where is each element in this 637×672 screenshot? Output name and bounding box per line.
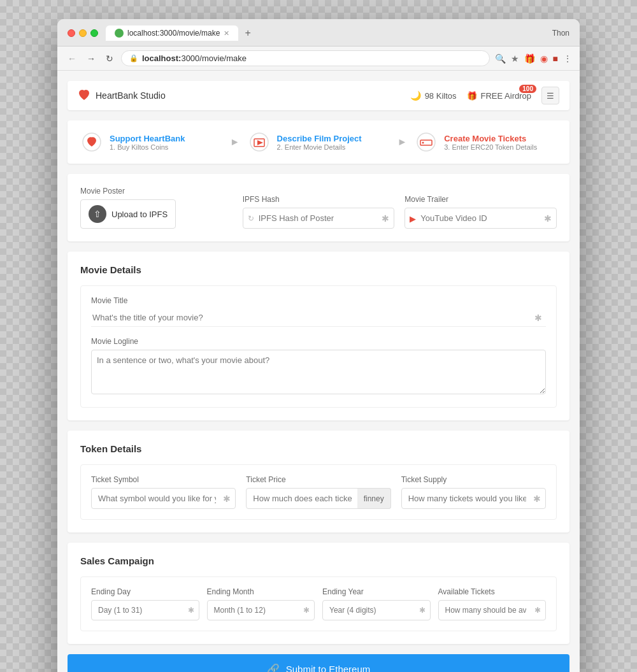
app-content: HeartBank Studio 🌙 98 Kiltos 🎁 FREE Aird… [57, 71, 580, 672]
tab-bar: localhost:3000/movie/make ✕ + [106, 25, 552, 41]
step-arrow-2: ► [397, 136, 407, 148]
title-required-star: ✱ [534, 313, 542, 323]
sales-campaign-title: Sales Campaign [80, 555, 557, 566]
day-required-star: ✱ [188, 606, 194, 615]
trailer-label: Movie Trailer [404, 195, 557, 204]
tab-close-button[interactable]: ✕ [224, 29, 229, 38]
menu-icon[interactable]: ⋮ [563, 54, 572, 64]
ticket-symbol-input[interactable] [91, 488, 236, 509]
movie-title-input[interactable] [91, 309, 546, 326]
trailer-field-group: Movie Trailer ▶ ✱ [404, 195, 557, 229]
step3-title: Create Movie Tickets [444, 134, 537, 143]
url-field[interactable]: 🔒 localhost:3000/movie/make [121, 50, 490, 66]
upload-icon: ⇧ [89, 205, 106, 223]
trailer-input-wrap: ▶ ✱ [404, 208, 557, 229]
wizard-step-2[interactable]: Describe Film Project 2. Enter Movie Det… [248, 131, 390, 154]
step2-title: Describe Film Project [277, 134, 362, 143]
back-button[interactable]: ← [65, 52, 79, 65]
lock-icon: 🔒 [129, 54, 138, 62]
media-section: Movie Poster ⇧ Upload to IPFS IPFS Hash … [68, 174, 569, 241]
address-bar: ← → ↻ 🔒 localhost:3000/movie/make 🔍 ★ 🎁 … [57, 46, 580, 71]
wizard-step-3[interactable]: Create Movie Tickets 3. Enter ERC20 Toke… [415, 131, 557, 154]
step1-title: Support HeartBank [110, 134, 185, 143]
step2-icon [248, 131, 271, 154]
year-required-star: ✱ [419, 606, 426, 615]
token-inner: Ticket Symbol ✱ Ticket Price finney [80, 464, 557, 520]
ticket-supply-input[interactable] [401, 488, 546, 509]
svg-point-4 [417, 133, 435, 151]
step3-subtitle: 3. Enter ERC20 Token Details [444, 143, 537, 151]
address-icons: 🔍 ★ 🎁 ◉ ■ ⋮ [495, 54, 572, 64]
year-field-group: Ending Year ✱ [322, 587, 431, 620]
ending-year-input[interactable] [322, 600, 431, 620]
maximize-button[interactable] [90, 29, 98, 37]
tab-favicon [115, 29, 124, 38]
symbol-label: Ticket Symbol [91, 475, 236, 484]
day-input-wrap: ✱ [91, 600, 199, 620]
title-bar: localhost:3000/movie/make ✕ + Thon [57, 19, 580, 46]
movie-details-section: Movie Details Movie Title ✱ Movie Loglin… [68, 252, 569, 420]
settings-icon: ☰ [547, 91, 554, 101]
step3-icon [415, 131, 438, 154]
symbol-field-group: Ticket Symbol ✱ [91, 475, 236, 509]
wizard-steps: Support HeartBank 1. Buy Kiltos Coins ► … [68, 120, 569, 164]
url-text: localhost:3000/movie/make [142, 54, 247, 63]
title-field-label: Movie Title [91, 296, 546, 305]
sales-inner: Ending Day ✱ Ending Month ✱ [80, 576, 557, 631]
extension-icon-1[interactable]: 🎁 [524, 54, 535, 64]
ipfs-field-group: IPFS Hash ↻ ✱ [243, 195, 395, 229]
moon-icon: 🌙 [410, 90, 421, 101]
ipfs-input-wrap: ↻ ✱ [243, 208, 395, 229]
new-tab-button[interactable]: + [241, 26, 254, 40]
kiltos-badge: 🌙 98 Kiltos [410, 90, 457, 101]
airdrop-badge[interactable]: 🎁 FREE Airdrop 100 [467, 91, 531, 101]
close-button[interactable] [68, 29, 75, 37]
logline-field-label: Movie Logline [91, 337, 546, 346]
month-required-star: ✱ [303, 606, 310, 615]
minimize-button[interactable] [79, 29, 87, 37]
price-label: Ticket Price [246, 475, 390, 484]
upload-label: Upload to IPFS [111, 210, 168, 219]
svg-point-6 [422, 142, 424, 144]
month-label: Ending Month [207, 587, 315, 596]
app-header: HeartBank Studio 🌙 98 Kiltos 🎁 FREE Aird… [68, 81, 569, 110]
available-required-star: ✱ [534, 606, 541, 615]
browser-window: localhost:3000/movie/make ✕ + Thon ← → ↻… [57, 19, 580, 672]
day-field-group: Ending Day ✱ [91, 587, 199, 620]
submit-label: Submit to Ethereum [286, 664, 371, 672]
step2-subtitle: 2. Enter Movie Details [277, 143, 362, 151]
extension-icon-2[interactable]: ◉ [540, 54, 548, 64]
ending-day-input[interactable] [91, 600, 199, 620]
movie-details-inner: Movie Title ✱ Movie Logline [80, 285, 557, 408]
search-icon[interactable]: 🔍 [495, 54, 506, 64]
upload-ipfs-button[interactable]: ⇧ Upload to IPFS [80, 199, 176, 229]
wizard-step-1[interactable]: Support HeartBank 1. Buy Kiltos Coins [80, 131, 222, 154]
title-input-wrap: ✱ [91, 309, 546, 327]
submit-button[interactable]: 🔗 Submit to Ethereum [68, 654, 569, 672]
ipfs-prefix-icon: ↻ [248, 214, 254, 223]
available-field-group: Available Tickets ✱ [438, 587, 547, 620]
ipfs-hash-input[interactable] [243, 208, 395, 229]
trailer-input[interactable] [404, 208, 557, 229]
forward-button[interactable]: → [84, 52, 98, 65]
finney-unit-label: finney [357, 488, 391, 509]
token-details-section: Token Details Ticket Symbol ✱ Ticket Pri… [68, 431, 569, 533]
settings-button[interactable]: ☰ [541, 87, 559, 104]
supply-field-group: Ticket Supply ✱ [401, 475, 546, 509]
supply-required-star: ✱ [533, 494, 541, 504]
ipfs-required-star: ✱ [382, 213, 389, 224]
available-tickets-input[interactable] [438, 600, 547, 620]
tab-label: localhost:3000/movie/make [127, 29, 220, 38]
kiltos-label: 98 Kiltos [425, 91, 457, 101]
svg-marker-3 [257, 140, 263, 145]
poster-label: Movie Poster [80, 187, 233, 196]
extension-icon-3[interactable]: ■ [553, 54, 558, 64]
movie-logline-input[interactable] [91, 350, 546, 394]
ending-month-input[interactable] [207, 600, 315, 620]
bookmark-icon[interactable]: ★ [511, 54, 519, 64]
day-label: Ending Day [91, 587, 199, 596]
active-tab[interactable]: localhost:3000/movie/make ✕ [106, 25, 238, 41]
user-label: Thon [552, 29, 569, 38]
app-logo: HeartBank Studio [78, 89, 166, 102]
reload-button[interactable]: ↻ [103, 52, 116, 65]
